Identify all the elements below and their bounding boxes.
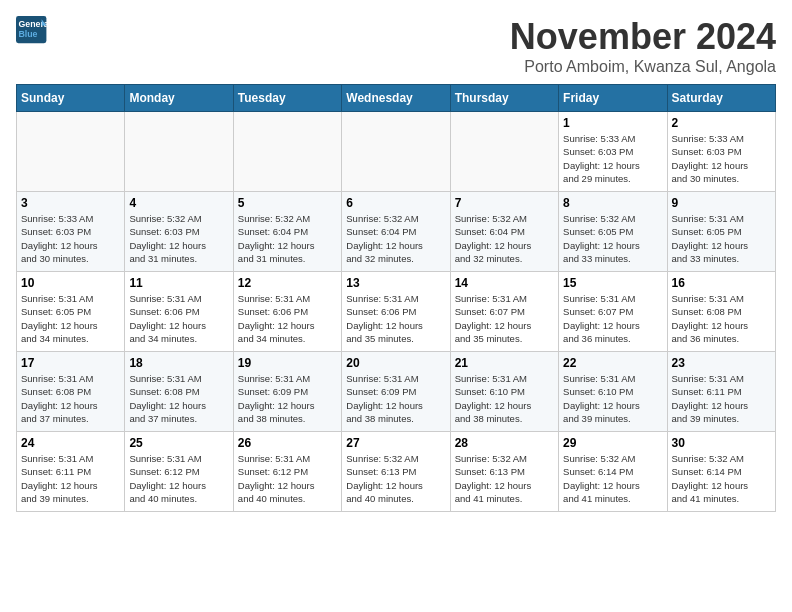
calendar-body: 1Sunrise: 5:33 AM Sunset: 6:03 PM Daylig… bbox=[17, 112, 776, 512]
day-number: 7 bbox=[455, 196, 554, 210]
weekday-header-monday: Monday bbox=[125, 85, 233, 112]
calendar-cell: 8Sunrise: 5:32 AM Sunset: 6:05 PM Daylig… bbox=[559, 192, 667, 272]
day-number: 1 bbox=[563, 116, 662, 130]
calendar-cell: 20Sunrise: 5:31 AM Sunset: 6:09 PM Dayli… bbox=[342, 352, 450, 432]
day-detail: Sunrise: 5:32 AM Sunset: 6:04 PM Dayligh… bbox=[238, 212, 337, 265]
page-header: General Blue November 2024 Porto Amboim,… bbox=[16, 16, 776, 76]
calendar-cell: 2Sunrise: 5:33 AM Sunset: 6:03 PM Daylig… bbox=[667, 112, 775, 192]
day-number: 15 bbox=[563, 276, 662, 290]
day-detail: Sunrise: 5:31 AM Sunset: 6:06 PM Dayligh… bbox=[238, 292, 337, 345]
calendar-cell: 9Sunrise: 5:31 AM Sunset: 6:05 PM Daylig… bbox=[667, 192, 775, 272]
calendar-week-4: 17Sunrise: 5:31 AM Sunset: 6:08 PM Dayli… bbox=[17, 352, 776, 432]
day-number: 21 bbox=[455, 356, 554, 370]
day-detail: Sunrise: 5:33 AM Sunset: 6:03 PM Dayligh… bbox=[21, 212, 120, 265]
day-number: 24 bbox=[21, 436, 120, 450]
day-detail: Sunrise: 5:31 AM Sunset: 6:09 PM Dayligh… bbox=[238, 372, 337, 425]
day-detail: Sunrise: 5:31 AM Sunset: 6:08 PM Dayligh… bbox=[129, 372, 228, 425]
weekday-header-thursday: Thursday bbox=[450, 85, 558, 112]
day-number: 30 bbox=[672, 436, 771, 450]
calendar-cell: 28Sunrise: 5:32 AM Sunset: 6:13 PM Dayli… bbox=[450, 432, 558, 512]
day-number: 3 bbox=[21, 196, 120, 210]
calendar-cell: 18Sunrise: 5:31 AM Sunset: 6:08 PM Dayli… bbox=[125, 352, 233, 432]
day-detail: Sunrise: 5:31 AM Sunset: 6:06 PM Dayligh… bbox=[346, 292, 445, 345]
weekday-header-sunday: Sunday bbox=[17, 85, 125, 112]
day-number: 11 bbox=[129, 276, 228, 290]
day-number: 26 bbox=[238, 436, 337, 450]
weekday-header-tuesday: Tuesday bbox=[233, 85, 341, 112]
day-number: 4 bbox=[129, 196, 228, 210]
day-number: 2 bbox=[672, 116, 771, 130]
day-detail: Sunrise: 5:32 AM Sunset: 6:13 PM Dayligh… bbox=[455, 452, 554, 505]
day-number: 5 bbox=[238, 196, 337, 210]
day-number: 29 bbox=[563, 436, 662, 450]
day-number: 6 bbox=[346, 196, 445, 210]
day-detail: Sunrise: 5:31 AM Sunset: 6:11 PM Dayligh… bbox=[21, 452, 120, 505]
day-number: 23 bbox=[672, 356, 771, 370]
day-number: 16 bbox=[672, 276, 771, 290]
calendar-cell: 26Sunrise: 5:31 AM Sunset: 6:12 PM Dayli… bbox=[233, 432, 341, 512]
day-detail: Sunrise: 5:31 AM Sunset: 6:05 PM Dayligh… bbox=[21, 292, 120, 345]
day-detail: Sunrise: 5:31 AM Sunset: 6:10 PM Dayligh… bbox=[563, 372, 662, 425]
day-number: 22 bbox=[563, 356, 662, 370]
day-number: 19 bbox=[238, 356, 337, 370]
day-detail: Sunrise: 5:31 AM Sunset: 6:07 PM Dayligh… bbox=[563, 292, 662, 345]
title-block: November 2024 Porto Amboim, Kwanza Sul, … bbox=[510, 16, 776, 76]
day-number: 20 bbox=[346, 356, 445, 370]
day-detail: Sunrise: 5:32 AM Sunset: 6:13 PM Dayligh… bbox=[346, 452, 445, 505]
calendar-cell: 21Sunrise: 5:31 AM Sunset: 6:10 PM Dayli… bbox=[450, 352, 558, 432]
day-detail: Sunrise: 5:31 AM Sunset: 6:05 PM Dayligh… bbox=[672, 212, 771, 265]
day-detail: Sunrise: 5:31 AM Sunset: 6:12 PM Dayligh… bbox=[129, 452, 228, 505]
day-detail: Sunrise: 5:33 AM Sunset: 6:03 PM Dayligh… bbox=[672, 132, 771, 185]
day-detail: Sunrise: 5:32 AM Sunset: 6:05 PM Dayligh… bbox=[563, 212, 662, 265]
day-detail: Sunrise: 5:32 AM Sunset: 6:04 PM Dayligh… bbox=[346, 212, 445, 265]
calendar-cell: 11Sunrise: 5:31 AM Sunset: 6:06 PM Dayli… bbox=[125, 272, 233, 352]
calendar-cell: 13Sunrise: 5:31 AM Sunset: 6:06 PM Dayli… bbox=[342, 272, 450, 352]
calendar-cell: 10Sunrise: 5:31 AM Sunset: 6:05 PM Dayli… bbox=[17, 272, 125, 352]
calendar-cell: 15Sunrise: 5:31 AM Sunset: 6:07 PM Dayli… bbox=[559, 272, 667, 352]
day-detail: Sunrise: 5:32 AM Sunset: 6:03 PM Dayligh… bbox=[129, 212, 228, 265]
day-detail: Sunrise: 5:32 AM Sunset: 6:04 PM Dayligh… bbox=[455, 212, 554, 265]
day-detail: Sunrise: 5:31 AM Sunset: 6:06 PM Dayligh… bbox=[129, 292, 228, 345]
day-number: 27 bbox=[346, 436, 445, 450]
day-number: 18 bbox=[129, 356, 228, 370]
day-detail: Sunrise: 5:31 AM Sunset: 6:12 PM Dayligh… bbox=[238, 452, 337, 505]
calendar-week-2: 3Sunrise: 5:33 AM Sunset: 6:03 PM Daylig… bbox=[17, 192, 776, 272]
weekday-header-wednesday: Wednesday bbox=[342, 85, 450, 112]
location-subtitle: Porto Amboim, Kwanza Sul, Angola bbox=[510, 58, 776, 76]
day-number: 9 bbox=[672, 196, 771, 210]
calendar-cell bbox=[450, 112, 558, 192]
day-number: 12 bbox=[238, 276, 337, 290]
day-detail: Sunrise: 5:31 AM Sunset: 6:10 PM Dayligh… bbox=[455, 372, 554, 425]
day-number: 14 bbox=[455, 276, 554, 290]
calendar-cell: 5Sunrise: 5:32 AM Sunset: 6:04 PM Daylig… bbox=[233, 192, 341, 272]
weekday-header-friday: Friday bbox=[559, 85, 667, 112]
calendar-cell bbox=[233, 112, 341, 192]
calendar-cell: 1Sunrise: 5:33 AM Sunset: 6:03 PM Daylig… bbox=[559, 112, 667, 192]
day-number: 13 bbox=[346, 276, 445, 290]
day-number: 17 bbox=[21, 356, 120, 370]
calendar-cell: 27Sunrise: 5:32 AM Sunset: 6:13 PM Dayli… bbox=[342, 432, 450, 512]
calendar-cell: 23Sunrise: 5:31 AM Sunset: 6:11 PM Dayli… bbox=[667, 352, 775, 432]
weekday-header-row: SundayMondayTuesdayWednesdayThursdayFrid… bbox=[17, 85, 776, 112]
weekday-header-saturday: Saturday bbox=[667, 85, 775, 112]
calendar-cell: 16Sunrise: 5:31 AM Sunset: 6:08 PM Dayli… bbox=[667, 272, 775, 352]
day-detail: Sunrise: 5:31 AM Sunset: 6:09 PM Dayligh… bbox=[346, 372, 445, 425]
calendar-week-5: 24Sunrise: 5:31 AM Sunset: 6:11 PM Dayli… bbox=[17, 432, 776, 512]
calendar-cell: 30Sunrise: 5:32 AM Sunset: 6:14 PM Dayli… bbox=[667, 432, 775, 512]
calendar-cell: 4Sunrise: 5:32 AM Sunset: 6:03 PM Daylig… bbox=[125, 192, 233, 272]
day-detail: Sunrise: 5:32 AM Sunset: 6:14 PM Dayligh… bbox=[672, 452, 771, 505]
day-detail: Sunrise: 5:31 AM Sunset: 6:11 PM Dayligh… bbox=[672, 372, 771, 425]
calendar-cell: 12Sunrise: 5:31 AM Sunset: 6:06 PM Dayli… bbox=[233, 272, 341, 352]
calendar-cell: 25Sunrise: 5:31 AM Sunset: 6:12 PM Dayli… bbox=[125, 432, 233, 512]
calendar-cell: 14Sunrise: 5:31 AM Sunset: 6:07 PM Dayli… bbox=[450, 272, 558, 352]
day-detail: Sunrise: 5:31 AM Sunset: 6:08 PM Dayligh… bbox=[672, 292, 771, 345]
day-number: 28 bbox=[455, 436, 554, 450]
day-detail: Sunrise: 5:31 AM Sunset: 6:08 PM Dayligh… bbox=[21, 372, 120, 425]
day-number: 10 bbox=[21, 276, 120, 290]
day-detail: Sunrise: 5:32 AM Sunset: 6:14 PM Dayligh… bbox=[563, 452, 662, 505]
calendar-cell: 7Sunrise: 5:32 AM Sunset: 6:04 PM Daylig… bbox=[450, 192, 558, 272]
calendar-cell bbox=[125, 112, 233, 192]
day-detail: Sunrise: 5:31 AM Sunset: 6:07 PM Dayligh… bbox=[455, 292, 554, 345]
logo: General Blue bbox=[16, 16, 48, 44]
calendar-cell: 3Sunrise: 5:33 AM Sunset: 6:03 PM Daylig… bbox=[17, 192, 125, 272]
